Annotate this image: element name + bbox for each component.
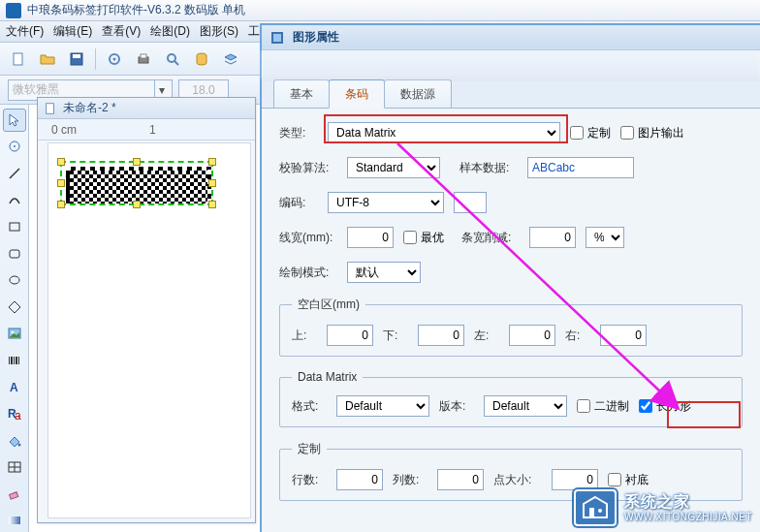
svg-rect-21 bbox=[14, 357, 15, 364]
svg-rect-19 bbox=[9, 357, 10, 364]
pad-checkbox[interactable]: 衬底 bbox=[608, 472, 649, 488]
curve-tool[interactable] bbox=[3, 189, 26, 212]
margin-right-input[interactable] bbox=[600, 325, 647, 346]
svg-point-38 bbox=[598, 509, 602, 513]
print-button[interactable] bbox=[133, 48, 154, 70]
rect-tool[interactable] bbox=[3, 215, 26, 238]
linewidth-input[interactable] bbox=[347, 227, 394, 248]
rectangle-checkbox[interactable]: 长方形 bbox=[639, 398, 691, 415]
version-select[interactable]: Default bbox=[484, 395, 567, 417]
resize-handle[interactable] bbox=[133, 201, 141, 208]
line-tool[interactable] bbox=[3, 162, 26, 185]
binary-checkbox[interactable]: 二进制 bbox=[577, 398, 629, 415]
margin-top-input[interactable] bbox=[327, 325, 373, 346]
database-button[interactable] bbox=[191, 48, 212, 70]
resize-handle[interactable] bbox=[57, 201, 65, 208]
preview-button[interactable] bbox=[162, 48, 183, 70]
row-linewidth: 线宽(mm): 最优 条宽削减: % bbox=[279, 227, 743, 248]
text-tool[interactable]: A bbox=[3, 376, 26, 399]
save-button[interactable] bbox=[66, 48, 87, 70]
drawmode-select[interactable]: 默认 bbox=[347, 262, 421, 283]
menu-draw[interactable]: 绘图(D) bbox=[150, 23, 190, 40]
toolbar-button[interactable] bbox=[405, 54, 427, 76]
roundrect-tool[interactable] bbox=[3, 242, 26, 266]
gradient-tool[interactable] bbox=[3, 509, 26, 532]
selected-barcode-object[interactable] bbox=[60, 161, 213, 205]
trim-input[interactable] bbox=[529, 227, 576, 248]
resize-handle[interactable] bbox=[133, 158, 141, 166]
barcode-tool[interactable] bbox=[3, 349, 26, 372]
trim-label: 条宽削减: bbox=[461, 230, 520, 246]
toolbar-button[interactable] bbox=[324, 54, 345, 76]
resize-handle[interactable] bbox=[57, 179, 65, 187]
svg-marker-16 bbox=[9, 301, 20, 313]
margin-bottom-input[interactable] bbox=[418, 325, 464, 346]
resize-handle[interactable] bbox=[208, 158, 216, 166]
table-tool[interactable] bbox=[3, 455, 26, 479]
font-family-value: 微软雅黑 bbox=[13, 81, 59, 98]
tab-barcode[interactable]: 条码 bbox=[329, 79, 385, 109]
format-select[interactable]: Default bbox=[336, 395, 429, 417]
dotsize-input[interactable] bbox=[552, 469, 598, 490]
rows-input[interactable] bbox=[336, 469, 383, 490]
resize-handle[interactable] bbox=[208, 201, 216, 208]
svg-text:A: A bbox=[10, 381, 18, 394]
encoding-select[interactable]: UTF-8 bbox=[328, 192, 444, 213]
image-tool[interactable] bbox=[3, 323, 26, 346]
svg-rect-0 bbox=[14, 53, 22, 65]
svg-rect-6 bbox=[141, 54, 146, 58]
checkalg-select[interactable]: Standard bbox=[347, 157, 440, 178]
row-encoding: 编码: UTF-8 bbox=[279, 192, 743, 213]
margin-right-label: 右: bbox=[565, 328, 590, 344]
app-icon bbox=[6, 3, 21, 18]
fill-tool[interactable] bbox=[3, 429, 26, 453]
sample-input[interactable] bbox=[527, 157, 634, 178]
svg-line-12 bbox=[10, 169, 19, 178]
svg-point-4 bbox=[113, 57, 116, 60]
eraser-tool[interactable] bbox=[3, 483, 26, 506]
menu-view[interactable]: 查看(V) bbox=[102, 23, 141, 40]
new-button[interactable] bbox=[8, 48, 29, 70]
encoding-label: 编码: bbox=[279, 195, 318, 211]
richtext-tool[interactable]: Ra bbox=[3, 402, 26, 425]
svg-line-8 bbox=[174, 61, 178, 65]
settings-button[interactable] bbox=[104, 48, 125, 70]
format-label: 格式: bbox=[292, 398, 327, 415]
drawmode-label: 绘制模式: bbox=[279, 265, 337, 281]
ruler-mark-1: 1 bbox=[149, 123, 156, 137]
target-tool[interactable] bbox=[3, 136, 26, 159]
toolbar-button[interactable] bbox=[297, 54, 318, 76]
type-select[interactable]: Data Matrix bbox=[328, 122, 560, 143]
open-button[interactable] bbox=[37, 48, 58, 70]
imageout-checkbox[interactable]: 图片输出 bbox=[620, 125, 684, 141]
menu-shape[interactable]: 图形(S) bbox=[200, 23, 238, 40]
type-label: 类型: bbox=[279, 125, 318, 141]
resize-handle[interactable] bbox=[208, 179, 216, 187]
panel-tabs: 基本 条码 数据源 bbox=[262, 79, 760, 109]
tab-basic[interactable]: 基本 bbox=[273, 79, 330, 108]
toolbar-button[interactable] bbox=[378, 54, 399, 76]
trim-unit-select[interactable]: % bbox=[586, 227, 624, 248]
document-window: 未命名-2 * 0 cm 1 bbox=[37, 97, 256, 523]
margin-legend: 空白区(mm) bbox=[292, 297, 365, 313]
polygon-tool[interactable] bbox=[3, 296, 26, 319]
ellipse-tool[interactable] bbox=[3, 268, 26, 292]
canvas[interactable] bbox=[48, 142, 251, 518]
resize-handle[interactable] bbox=[57, 158, 65, 166]
menu-edit[interactable]: 编辑(E) bbox=[53, 23, 92, 40]
best-checkbox[interactable]: 最优 bbox=[403, 230, 444, 246]
select-tool[interactable] bbox=[3, 109, 26, 132]
margin-left-input[interactable] bbox=[509, 325, 555, 346]
datamatrix-group: Data Matrix 格式: Default 版本: Default 二进制 … bbox=[279, 370, 743, 427]
datamatrix-barcode bbox=[66, 167, 211, 203]
cols-input[interactable] bbox=[437, 469, 484, 490]
layers-button[interactable] bbox=[220, 48, 241, 70]
toolbar-button[interactable] bbox=[351, 54, 372, 76]
menu-file[interactable]: 文件(F) bbox=[6, 23, 44, 40]
toolbar-button[interactable] bbox=[269, 54, 291, 76]
svg-point-27 bbox=[17, 443, 20, 446]
tab-datasource[interactable]: 数据源 bbox=[384, 79, 452, 108]
custom-checkbox[interactable]: 定制 bbox=[570, 125, 611, 141]
encoding-extra-input[interactable] bbox=[454, 192, 487, 213]
svg-rect-32 bbox=[9, 516, 20, 524]
